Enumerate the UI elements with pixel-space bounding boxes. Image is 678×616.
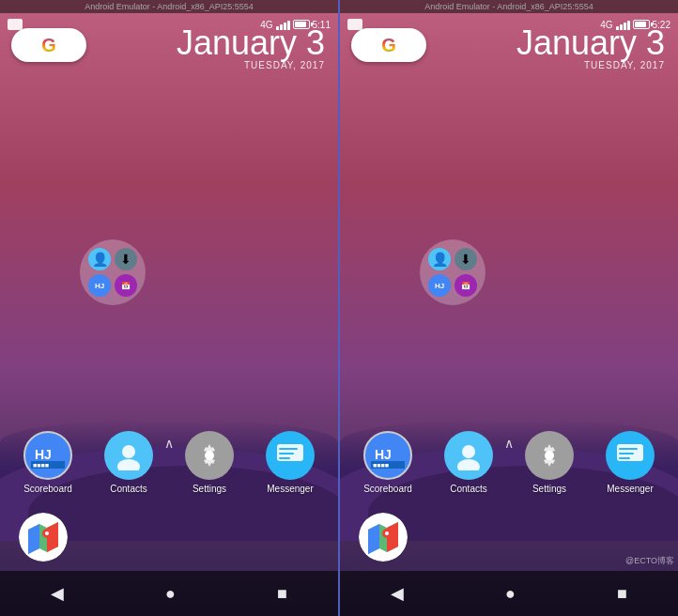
- google-logo-left: G: [41, 35, 56, 56]
- emulator-title-text-left: Android Emulator - Android_x86_API25:555…: [85, 2, 254, 11]
- messenger-label-right: Messenger: [607, 484, 653, 494]
- date-day-left: January 3: [177, 26, 325, 60]
- scoreboard-label-left: Scoreboard: [23, 484, 72, 494]
- home-button-left[interactable]: ●: [165, 584, 176, 604]
- nav-bar-left: ◀ ● ■: [0, 571, 338, 616]
- app-messenger-right[interactable]: Messenger: [597, 431, 663, 494]
- emulator-title-right: Android Emulator - Android_x86_API25:555…: [340, 0, 678, 13]
- svg-point-21: [462, 445, 475, 458]
- up-arrow-right[interactable]: ∧: [504, 436, 514, 451]
- scoreboard-icon-right: HJ ■■■■: [363, 431, 412, 480]
- svg-text:■■■■: ■■■■: [373, 462, 389, 469]
- scoreboard-label-right: Scoreboard: [363, 484, 412, 494]
- sim-icon-right: [347, 19, 362, 30]
- maps-icon-right[interactable]: [359, 513, 408, 562]
- recents-button-left[interactable]: ■: [277, 584, 287, 604]
- folder-app-r4: 📅: [455, 274, 477, 297]
- folder-app-r3: HJ: [428, 274, 451, 297]
- scoreboard-icon-left: HJ ■■■■: [23, 431, 72, 480]
- sim-icon: [8, 19, 23, 30]
- home-button-right[interactable]: ●: [505, 584, 516, 604]
- folder-app-3: HJ: [88, 274, 111, 297]
- phone-screen-left: Android Emulator - Android_x86_API25:555…: [0, 0, 338, 616]
- app-messenger-left[interactable]: Messenger: [257, 431, 323, 494]
- back-button-right[interactable]: ◀: [391, 583, 404, 604]
- emulator-title-text-right: Android Emulator - Android_x86_API25:555…: [424, 2, 593, 11]
- svg-rect-8: [279, 448, 298, 450]
- svg-point-33: [385, 531, 389, 535]
- app-settings-left[interactable]: Settings: [177, 431, 242, 494]
- svg-text:HJ: HJ: [35, 447, 52, 462]
- date-day-right: January 3: [516, 26, 665, 60]
- contacts-icon-left: [104, 431, 153, 480]
- svg-rect-9: [279, 453, 294, 454]
- google-search-bar-right[interactable]: G: [351, 28, 426, 62]
- svg-text:■■■■: ■■■■: [33, 462, 49, 469]
- folder-circle-right: 👤 ⬇ HJ 📅: [420, 239, 485, 305]
- date-area-right: January 3 TUESDAY, 2017: [516, 26, 665, 70]
- maps-icon-left[interactable]: [19, 513, 68, 562]
- phone-screen-right: Android Emulator - Android_x86_API25:555…: [340, 0, 678, 616]
- svg-rect-27: [619, 457, 630, 459]
- messenger-icon-right: [606, 431, 655, 480]
- up-arrow-left[interactable]: ∧: [164, 436, 174, 451]
- watermark: @ECTO博客: [625, 555, 674, 567]
- svg-rect-10: [279, 457, 290, 459]
- messenger-icon-left: [266, 431, 315, 480]
- folder-app-1: 👤: [88, 248, 111, 270]
- folder-app-r2: ⬇: [455, 248, 477, 270]
- settings-icon-left: [185, 431, 234, 480]
- app-settings-right[interactable]: Settings: [516, 431, 582, 494]
- messenger-label-left: Messenger: [267, 484, 313, 494]
- emulator-title-left: Android Emulator - Android_x86_API25:555…: [0, 0, 338, 13]
- nav-bar-right: ◀ ● ■: [340, 571, 678, 616]
- svg-point-16: [45, 531, 49, 535]
- app-folder-right[interactable]: 👤 ⬇ HJ 📅: [420, 239, 485, 305]
- app-scoreboard-right[interactable]: HJ ■■■■ Scoreboard: [355, 431, 421, 494]
- back-button-left[interactable]: ◀: [51, 583, 64, 604]
- svg-rect-25: [619, 448, 638, 450]
- google-search-bar-left[interactable]: G: [11, 28, 86, 62]
- contacts-icon-right: [444, 431, 493, 480]
- svg-text:HJ: HJ: [375, 447, 392, 462]
- settings-icon-right: [525, 431, 574, 480]
- svg-point-22: [457, 459, 480, 470]
- svg-point-4: [122, 445, 135, 458]
- google-logo-right: G: [381, 35, 396, 56]
- folder-app-2: ⬇: [115, 248, 137, 270]
- app-folder-left[interactable]: 👤 ⬇ HJ 📅: [80, 239, 146, 305]
- folder-app-4: 📅: [115, 274, 137, 297]
- svg-rect-26: [619, 453, 634, 454]
- folder-circle-left: 👤 ⬇ HJ 📅: [80, 239, 146, 305]
- settings-label-right: Settings: [532, 484, 566, 494]
- status-bar-right-left-icons: [347, 19, 362, 30]
- folder-app-r1: 👤: [428, 248, 451, 270]
- status-bar-left-icons: [8, 19, 23, 30]
- recents-button-right[interactable]: ■: [617, 584, 627, 604]
- app-contacts-left[interactable]: Contacts: [96, 431, 162, 494]
- contacts-label-left: Contacts: [110, 484, 146, 494]
- svg-point-5: [117, 459, 140, 470]
- settings-label-left: Settings: [193, 484, 226, 494]
- app-contacts-right[interactable]: Contacts: [436, 431, 501, 494]
- app-scoreboard-left[interactable]: HJ ■■■■ Scoreboard: [15, 431, 81, 494]
- date-area-left: January 3 TUESDAY, 2017: [177, 26, 325, 70]
- contacts-label-right: Contacts: [450, 484, 486, 494]
